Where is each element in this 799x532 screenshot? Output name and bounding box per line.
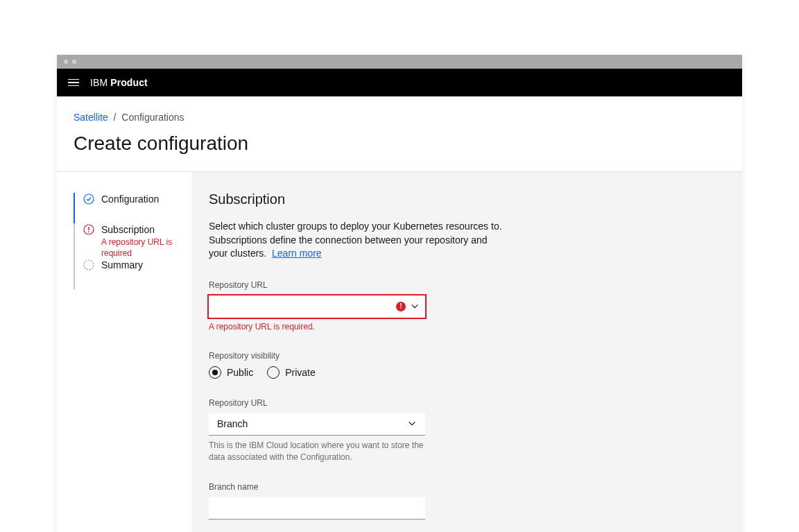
field-label: Branch name — [209, 482, 425, 492]
section-description-text: Select which cluster groups to deploy yo… — [209, 221, 502, 259]
step-configuration[interactable]: Configuration — [74, 193, 192, 223]
field-label: Repository URL — [209, 280, 425, 290]
visibility-radio-group: Public Private — [209, 366, 425, 379]
window-dot — [72, 60, 76, 64]
svg-rect-3 — [88, 231, 89, 232]
incomplete-icon — [83, 259, 94, 271]
chevron-down-icon — [407, 419, 417, 429]
main-panel: Subscription Select which cluster groups… — [192, 172, 742, 532]
page-title: Create configuration — [74, 132, 725, 155]
body: Configuration Subscription A repository … — [57, 172, 742, 532]
brand: IBM Product — [90, 77, 148, 88]
page-header: Satellite / Configurations Create config… — [57, 96, 742, 172]
radio-icon — [209, 366, 221, 379]
field-repository-url: Repository URL ! A repository URL is req… — [209, 280, 425, 332]
field-helper-text: This is the IBM Cloud location where you… — [209, 440, 425, 463]
field-repository-visibility: Repository visibility Public Private — [209, 351, 425, 379]
step-subscription[interactable]: Subscription A repository URL is require… — [74, 223, 192, 259]
step-label: Summary — [101, 259, 143, 271]
error-filled-icon: ! — [396, 302, 406, 311]
progress-sidebar: Configuration Subscription A repository … — [57, 172, 192, 532]
learn-more-link[interactable]: Learn more — [272, 248, 322, 259]
field-error-text: A repository URL is required. — [209, 322, 425, 332]
window-dot — [64, 60, 68, 64]
svg-point-4 — [84, 260, 94, 270]
radio-icon — [267, 366, 280, 379]
checkmark-outline-icon — [83, 194, 94, 205]
window-titlebar — [57, 55, 742, 69]
field-label: Repository URL — [209, 398, 425, 408]
radio-label: Public — [227, 367, 253, 378]
step-summary[interactable]: Summary — [74, 259, 192, 289]
brand-name: Product — [110, 77, 148, 88]
branch-name-input[interactable] — [209, 497, 425, 520]
chevron-down-icon[interactable] — [410, 302, 420, 311]
step-error-text: A repository URL is required — [101, 237, 192, 259]
select-value: Branch — [217, 418, 248, 429]
warning-icon — [83, 224, 94, 235]
branch-select[interactable]: Branch — [209, 413, 425, 436]
field-repository-url-select: Repository URL Branch This is the IBM Cl… — [209, 398, 425, 463]
breadcrumb-root[interactable]: Satellite — [74, 112, 108, 123]
breadcrumb-current: Configurations — [121, 112, 184, 123]
radio-public[interactable]: Public — [209, 366, 253, 379]
radio-label: Private — [285, 367, 316, 378]
repository-url-input[interactable] — [209, 295, 425, 318]
step-label: Subscription — [101, 223, 192, 236]
app-header: IBM Product — [57, 69, 742, 96]
section-description: Select which cluster groups to deploy yo… — [209, 220, 507, 261]
step-label: Configuration — [101, 193, 159, 205]
brand-prefix: IBM — [90, 77, 108, 88]
radio-private[interactable]: Private — [267, 366, 316, 379]
breadcrumb-separator: / — [111, 112, 122, 123]
svg-rect-2 — [88, 227, 89, 230]
breadcrumb: Satellite / Configurations — [74, 112, 725, 123]
menu-icon[interactable] — [68, 79, 79, 87]
section-title: Subscription — [209, 191, 723, 207]
app-window: IBM Product Satellite / Configurations C… — [57, 55, 742, 532]
repository-url-combobox[interactable]: ! — [209, 295, 425, 318]
field-branch-name: Branch name — [209, 482, 425, 520]
field-label: Repository visibility — [209, 351, 425, 361]
